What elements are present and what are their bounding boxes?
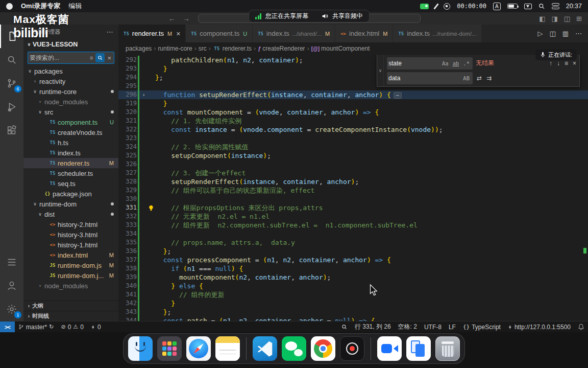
problems-item[interactable]: ⊘ 0 ⚠ 0: [57, 321, 87, 332]
tree-item-package-json[interactable]: {}package.json: [23, 189, 118, 199]
close-icon[interactable]: ×: [106, 54, 112, 62]
lightbulb-icon[interactable]: [147, 203, 155, 212]
tree-item-node-modules[interactable]: ›node_modules: [23, 281, 118, 291]
find-close-icon[interactable]: ×: [573, 60, 576, 67]
live-server-url[interactable]: http://127.0.0.1:5500: [504, 321, 574, 332]
dock-wechat-icon[interactable]: [282, 336, 306, 361]
dock-meeting-icon[interactable]: [377, 336, 402, 361]
search-status-icon[interactable]: [338, 321, 351, 332]
filter-icon[interactable]: ≡: [89, 55, 94, 61]
replace-input[interactable]: [388, 75, 460, 82]
split-layout-icon[interactable]: ◫: [564, 15, 570, 22]
tree-item-runtime-dom-js[interactable]: JSruntime-dom.jsM: [23, 260, 118, 270]
tab-close-icon[interactable]: ×: [176, 30, 180, 38]
activity-list-icon[interactable]: [0, 250, 23, 274]
code-line-329[interactable]: 329 // 组件可以基于自己的状态重新渲染, effect: [118, 186, 588, 195]
code-line-326[interactable]: 326: [118, 160, 588, 169]
tree-item-runtime-dom-j[interactable]: JSruntime-dom.j...M: [23, 270, 118, 281]
dock-launchpad-icon[interactable]: [157, 336, 182, 361]
tree-item-histroy-1-html[interactable]: <>histroy-1.html: [23, 240, 118, 250]
tab-index-html[interactable]: <>index.htmlM: [335, 25, 393, 42]
split-editor-icon[interactable]: ◫: [549, 30, 555, 37]
spotlight-icon[interactable]: [538, 3, 545, 10]
toggle-panel-icon[interactable]: ◨: [552, 15, 558, 22]
tree-item-node-modules[interactable]: ›node_modules: [23, 97, 118, 107]
code-line-333[interactable]: 333 // 组件更新 n2.component.subTree.el = n1…: [118, 221, 588, 229]
activity-source-control-icon[interactable]: 6: [0, 72, 23, 95]
code-line-331[interactable]: 331 // 根据propsOptions 来区分出 props,attrs: [118, 203, 588, 212]
editor-layout-icon[interactable]: ▥: [562, 30, 569, 37]
dock-trash-icon[interactable]: [435, 336, 460, 361]
code-line-336[interactable]: 336 };: [118, 247, 588, 256]
run-file-icon[interactable]: ▷: [537, 30, 543, 37]
breadcrumb-createrenderer[interactable]: ƒcreateRenderer: [258, 45, 305, 52]
code-line-319[interactable]: 319 }: [118, 99, 588, 108]
code-line-323[interactable]: 323: [118, 134, 588, 143]
tab-index-ts[interactable]: TSindex.ts.../runtime-dom/...: [393, 25, 482, 42]
tree-item-h-ts[interactable]: TSh.ts: [23, 137, 118, 148]
breadcrumb-mountcomponent[interactable]: [@]mountComponent: [311, 45, 370, 52]
cursor-position[interactable]: 行 331, 列 26: [351, 321, 395, 332]
find-prev-icon[interactable]: ↑: [549, 60, 552, 67]
tree-item-scheduler-ts[interactable]: TSscheduler.ts: [23, 168, 118, 178]
remote-indicator[interactable]: ><: [0, 321, 15, 332]
code-line-342[interactable]: 342 }: [118, 299, 588, 308]
camera-status-icon[interactable]: [420, 4, 429, 9]
tree-item-index-html[interactable]: <>index.htmlM: [23, 250, 118, 260]
replace-all-icon[interactable]: ⇉: [486, 75, 492, 82]
input-method-indicator[interactable]: A: [493, 3, 501, 10]
dock-chrome-icon[interactable]: [311, 336, 335, 361]
screen-sharing-pill[interactable]: 您正在共享屏幕 共享音频中: [249, 10, 370, 22]
code-line-296[interactable]: 296› function setupRenderEffect(instance…: [118, 90, 588, 99]
indentation[interactable]: 空格: 2: [395, 321, 421, 332]
sidebar-section-item[interactable]: ›大纲: [23, 301, 118, 311]
code-line-339[interactable]: 339 mountComponent(n2, container, anchor…: [118, 273, 588, 282]
code-line-344[interactable]: 344 const patch = (n1, n2, container, an…: [118, 316, 588, 321]
code-line-328[interactable]: 328 setupRenderEffect(instance, containe…: [118, 177, 588, 186]
code-line-325[interactable]: 325 setupComponent(instance);: [118, 151, 588, 160]
nav-forward-icon[interactable]: →: [183, 14, 190, 22]
tree-item-runtime-core[interactable]: ∨runtime-core: [23, 86, 118, 97]
language-mode[interactable]: {} TypeScript: [459, 321, 504, 332]
dock-finder-icon[interactable]: [128, 336, 153, 361]
code-line-338[interactable]: 338 if (n1 === null) {: [118, 264, 588, 273]
code-line-332[interactable]: 332 // 元素更新 n2.el = n1.el: [118, 212, 588, 221]
toggle-sidebar-icon[interactable]: ◧: [539, 15, 545, 22]
dock-recorder-icon[interactable]: [340, 336, 364, 361]
encoding[interactable]: UTF-8: [421, 321, 445, 332]
sidebar-section-item[interactable]: ›时间线: [23, 311, 118, 321]
code-area[interactable]: 292 patchChildren(n1, n2, container);293…: [118, 55, 588, 321]
menubar-menu-edit[interactable]: 编辑: [68, 2, 82, 11]
git-branch-item[interactable]: master* ↻: [15, 321, 58, 332]
preserve-case-icon[interactable]: AB: [461, 75, 471, 82]
tree-item-history-3-html[interactable]: <>history-3.html: [23, 229, 118, 240]
activity-explorer-icon[interactable]: [0, 25, 23, 48]
explorer-more-icon[interactable]: ⋯: [107, 28, 113, 36]
activity-debug-icon[interactable]: [0, 95, 23, 119]
tree-item-packages[interactable]: ∨packages: [23, 66, 118, 76]
code-line-340[interactable]: 340 } else {: [118, 282, 588, 290]
code-line-341[interactable]: 341 // 组件的更新: [118, 290, 588, 299]
tree-item-runtime-dom[interactable]: ∨runtime-dom: [23, 199, 118, 209]
tree-item-seq-ts[interactable]: TSseq.ts: [23, 178, 118, 189]
customize-layout-icon[interactable]: ⊞: [576, 15, 582, 22]
code-line-322[interactable]: 322 const instance = (vnode.component = …: [118, 125, 588, 134]
eol-indicator[interactable]: LF: [445, 321, 459, 332]
tree-item-reactivity[interactable]: ›reactivity: [23, 76, 118, 86]
breadcrumb-src[interactable]: src: [199, 45, 207, 52]
tab-component-ts[interactable]: TScomponent.tsU: [186, 25, 253, 42]
tree-filter-box[interactable]: ≡ ×: [28, 52, 114, 64]
tree-item-createvnode-ts[interactable]: TScreateVnode.ts: [23, 127, 118, 137]
workspace-root[interactable]: ∨ VUE3-LESSON: [23, 39, 118, 50]
more-actions-icon[interactable]: ⋯: [575, 30, 582, 37]
accounts-icon[interactable]: [0, 274, 23, 297]
tree-item-dist[interactable]: ∨dist: [23, 209, 118, 219]
replace-input-box[interactable]: AB: [387, 72, 473, 84]
tree-item-src[interactable]: ∨src: [23, 107, 118, 117]
code-line-334[interactable]: 334: [118, 229, 588, 238]
dock-safari-icon[interactable]: [186, 336, 211, 361]
search-button[interactable]: [95, 53, 105, 62]
fold-chevron-icon[interactable]: ›: [140, 90, 147, 99]
replace-one-icon[interactable]: ⇄: [477, 75, 482, 82]
breadcrumb-renderer-ts[interactable]: TSrenderer.ts: [213, 45, 252, 52]
